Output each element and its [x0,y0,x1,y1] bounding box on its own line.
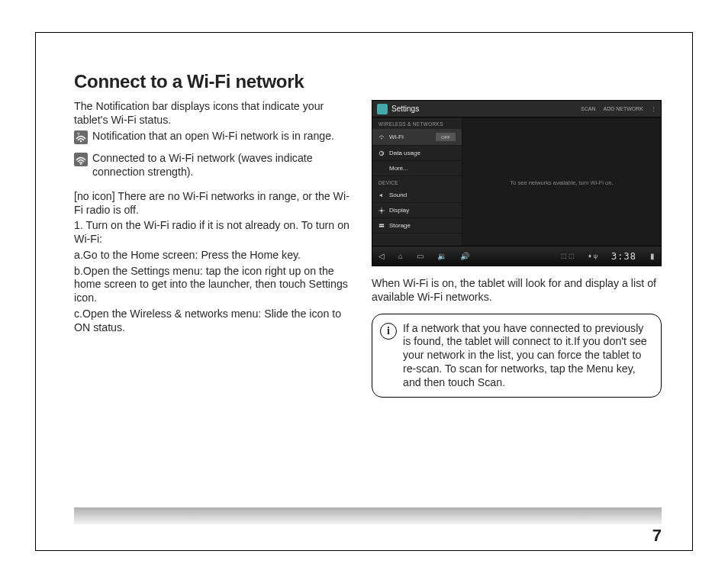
page-title: Connect to a Wi-Fi network [74,71,662,92]
clock: 3:38 [611,251,636,262]
ss-navbar: ◁ ⌂ ▭ 🔉 🔊 ⬚ ⬚ ♦ ψ 3:38 ▮ [372,246,661,266]
sidebar-item-sound[interactable]: Sound [372,188,462,203]
page-content: Connect to a Wi-Fi network The Notificat… [74,71,662,520]
svg-point-5 [381,137,382,139]
more-label: More... [389,165,408,172]
ss-sidebar: WIRELESS & NETWORKS Wi-Fi OFF Data usage [372,118,462,247]
scan-button[interactable]: SCAN [581,106,595,111]
data-usage-label: Data usage [389,150,420,156]
notification-open-wifi-text: Notification that an open Wi-Fi network … [92,130,334,143]
left-column: The Notification bar displays icons that… [74,100,350,398]
info-text: If a network that you have connected to … [403,322,652,390]
notification-connected-wifi: Connected to a Wi-Fi network (waves indi… [74,152,350,179]
notification-connected-wifi-text: Connected to a Wi-Fi network (waves indi… [92,152,350,179]
connected-wifi-icon [74,153,88,170]
page-number: 7 [652,526,662,546]
svg-rect-13 [379,226,384,227]
svg-point-1 [80,140,82,141]
sidebar-item-data-usage[interactable]: Data usage [372,146,462,161]
storage-label: Storage [389,222,411,229]
right-text: When Wi-Fi is on, the tablet will look f… [372,277,662,304]
ss-header: Settings SCAN ADD NETWORK ⋮ [372,101,661,118]
footer-bar [74,507,662,524]
section-device: DEVICE [372,176,462,188]
step-b: b.Open the Settings menu: tap the icon r… [74,265,350,305]
storage-icon [378,223,385,229]
svg-point-7 [380,209,382,211]
svg-point-4 [80,163,82,165]
columns: The Notification bar displays icons that… [74,100,662,398]
vol-up-icon[interactable]: 🔊 [460,252,469,260]
vol-down-icon[interactable]: 🔉 [437,252,446,260]
data-icon [378,150,385,156]
ss-main-message: To see networks available, turn Wi-Fi on… [462,118,661,247]
home-icon[interactable]: ⌂ [398,252,403,260]
wifi-icon [378,134,385,140]
open-wifi-icon: ? [74,130,88,148]
svg-rect-0 [74,130,88,144]
sidebar-item-storage[interactable]: Storage [372,218,462,234]
settings-app-icon [377,104,388,114]
sound-label: Sound [389,192,407,198]
svg-rect-12 [379,224,384,225]
step-c: c.Open the Wireless & networks menu: Sli… [74,308,350,335]
display-label: Display [389,207,409,214]
display-icon [378,208,385,214]
notification-open-wifi: ? Notification that an open Wi-Fi networ… [74,130,350,148]
sidebar-item-display[interactable]: Display [372,203,462,218]
sidebar-item-wifi[interactable]: Wi-Fi OFF [372,129,462,146]
menu-icon[interactable]: ⋮ [651,106,656,112]
add-network-button[interactable]: ADD NETWORK [604,106,644,111]
no-icon-text: [no icon] There are no Wi-Fi networks in… [74,190,350,217]
battery-icon: ▮ [650,252,655,260]
status-icon: ⬚ ⬚ [561,253,575,259]
wifi-toggle[interactable]: OFF [436,133,456,141]
right-column: Settings SCAN ADD NETWORK ⋮ WIRELESS & N… [372,100,662,398]
page-border: Connect to a Wi-Fi network The Notificat… [35,32,693,551]
step-a: a.Go to the Home screen: Press the Home … [74,249,350,263]
settings-screenshot: Settings SCAN ADD NETWORK ⋮ WIRELESS & N… [372,100,662,266]
sidebar-item-more[interactable]: More... [372,161,462,176]
recent-icon[interactable]: ▭ [417,252,424,260]
info-icon: i [380,323,397,340]
section-wireless: WIRELESS & NETWORKS [372,118,462,129]
intro-text: The Notification bar displays icons that… [74,100,350,127]
info-box: i If a network that you have connected t… [372,314,662,398]
back-icon[interactable]: ◁ [378,252,385,260]
wifi-label: Wi-Fi [389,134,404,140]
sound-icon [378,192,385,198]
usb-icon: ♦ ψ [588,253,598,259]
ss-title: Settings [391,105,419,113]
step-1: 1. Turn on the Wi-Fi radio if it is not … [74,219,350,246]
